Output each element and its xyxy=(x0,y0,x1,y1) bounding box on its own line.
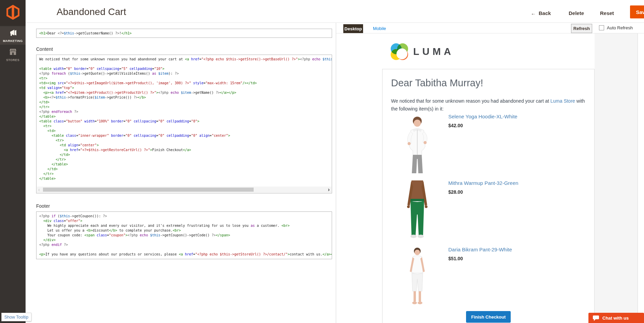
luma-logo-icon xyxy=(391,43,408,60)
page-title: Abandoned Cart xyxy=(57,6,126,17)
product-image xyxy=(398,247,437,306)
product-price: $42.00 xyxy=(448,123,463,128)
sidebar-item-marketing[interactable]: MARKETING xyxy=(0,26,26,45)
luma-logo: LUMA xyxy=(391,43,454,60)
product-image xyxy=(398,180,437,240)
product-name-link[interactable]: Daria Bikram Pant-29-White xyxy=(448,247,512,252)
chat-widget-button[interactable]: Chat with us xyxy=(588,313,644,323)
save-split-button: Save ▼ xyxy=(630,5,644,18)
store-link[interactable]: Luma Store xyxy=(550,98,575,104)
save-button[interactable]: Save xyxy=(630,5,644,18)
megaphone-icon xyxy=(9,31,17,37)
tab-mobile[interactable]: Mobile xyxy=(373,26,386,31)
admin-sidebar: MARKETING STORES xyxy=(0,0,26,323)
heading-input[interactable]: <h1>Dear <?=$this->getCustomerName() ?>!… xyxy=(36,29,332,38)
product-image xyxy=(398,114,437,173)
email-preview-pane: Desktop Mobile Refresh Auto Refresh LUMA… xyxy=(336,23,644,323)
email-greeting: Dear Tabitha Murray! xyxy=(391,77,483,89)
content-editor[interactable]: We noticed that for some unknown reason … xyxy=(36,55,332,193)
page-header: Abandoned Cart ←Back Delete Reset Save ▼ xyxy=(26,0,644,23)
delete-button[interactable]: Delete xyxy=(569,10,584,16)
scrollbar-thumb[interactable] xyxy=(43,188,254,192)
magento-admin-app: MARKETING STORES Abandoned Cart ←Back De… xyxy=(0,0,644,323)
email-body-card: Dear Tabitha Murray! We noticed that for… xyxy=(382,69,595,323)
sidebar-item-label: STORES xyxy=(0,58,26,62)
product-name-link[interactable]: Mithra Warmup Pant-32-Green xyxy=(448,180,518,186)
magento-logo-icon xyxy=(6,4,20,21)
email-preview-frame: LUMA Dear Tabitha Murray! We noticed tha… xyxy=(336,33,644,323)
auto-refresh-checkbox[interactable] xyxy=(599,25,604,30)
product-price: $28.00 xyxy=(448,189,463,195)
footer-editor[interactable]: <?php if ($this->getCoupon()): ?> <div c… xyxy=(36,211,332,259)
preview-scroll-track[interactable] xyxy=(638,33,638,323)
reset-button[interactable]: Reset xyxy=(600,10,614,16)
content-code: We noticed that for some unknown reason … xyxy=(39,57,332,181)
sidebar-item-stores[interactable]: STORES xyxy=(0,45,26,63)
scroll-right-icon[interactable]: › xyxy=(328,187,330,193)
tab-desktop[interactable]: Desktop xyxy=(343,24,363,33)
sidebar-item-label: MARKETING xyxy=(0,39,26,43)
luma-wordmark: LUMA xyxy=(413,46,454,57)
template-editor-pane: <h1>Dear <?=$this->getCustomerName() ?>!… xyxy=(26,23,336,323)
back-arrow-icon: ← xyxy=(531,10,536,16)
horizontal-scrollbar[interactable]: ‹ › xyxy=(37,187,331,193)
scroll-left-icon[interactable]: ‹ xyxy=(38,187,40,193)
refresh-button[interactable]: Refresh xyxy=(571,24,592,33)
product-price: $51.00 xyxy=(448,256,463,261)
preview-gutter xyxy=(595,33,638,323)
auto-refresh-control: Auto Refresh xyxy=(599,25,633,30)
show-tooltip-button[interactable]: Show Tooltip xyxy=(1,313,31,321)
footer-field-label: Footer xyxy=(36,203,50,209)
chat-widget-label: Chat with us xyxy=(602,315,629,321)
auto-refresh-label: Auto Refresh xyxy=(607,25,633,30)
email-intro: We noticed that for some unknown reason … xyxy=(391,97,588,113)
chat-bubble-icon xyxy=(593,315,599,321)
magento-logo[interactable] xyxy=(0,0,26,26)
store-icon xyxy=(9,50,17,56)
product-name-link[interactable]: Selene Yoga Hoodie-XL-White xyxy=(448,114,518,119)
finish-checkout-button[interactable]: Finish Checkout xyxy=(466,311,511,323)
back-button[interactable]: ←Back xyxy=(531,10,551,16)
content-field-label: Content xyxy=(36,46,53,52)
